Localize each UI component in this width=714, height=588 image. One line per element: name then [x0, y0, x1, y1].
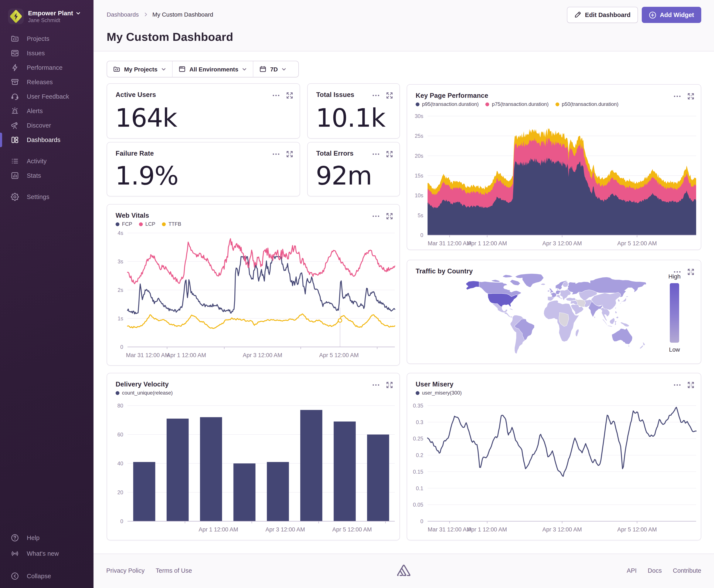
country-alaska[interactable]: [466, 281, 479, 290]
legend-item[interactable]: LCP: [139, 221, 155, 227]
org-switcher[interactable]: Empower Plant Jane Schmidt: [8, 8, 81, 24]
widget-expand-icon[interactable]: [688, 93, 694, 100]
nav-section-gap: [0, 183, 93, 190]
sidebar-item-performance[interactable]: Performance: [0, 60, 93, 75]
sidebar-item-settings[interactable]: Settings: [0, 190, 93, 204]
country-taiwan[interactable]: [615, 308, 616, 309]
bar[interactable]: [300, 410, 322, 521]
contribute-link[interactable]: Contribute: [673, 567, 701, 574]
widget-menu-icon[interactable]: [372, 94, 380, 97]
bar[interactable]: [200, 417, 222, 521]
sidebar-item-projects[interactable]: Projects: [0, 31, 93, 46]
nav-section-gap: [0, 561, 93, 568]
widget-menu-icon[interactable]: [372, 215, 380, 217]
country-nz-south[interactable]: [640, 345, 643, 349]
environment-filter[interactable]: All Environments: [172, 61, 253, 77]
country-denmark[interactable]: [557, 289, 558, 290]
sidebar-item-alerts[interactable]: Alerts: [0, 104, 93, 118]
edit-dashboard-button[interactable]: Edit Dashboard: [567, 7, 638, 23]
bar[interactable]: [333, 422, 356, 521]
country-sulawesi[interactable]: [614, 321, 617, 325]
legend-dot: [162, 222, 166, 226]
country-japan-hokkaido[interactable]: [626, 296, 629, 297]
sidebar-item-dashboards[interactable]: Dashboards: [0, 133, 93, 147]
sidebar-item-issues[interactable]: Issues: [0, 46, 93, 60]
add-widget-button[interactable]: Add Widget: [642, 7, 701, 23]
sidebar-item-collapse[interactable]: Collapse: [0, 568, 93, 584]
bar[interactable]: [133, 462, 155, 521]
country-ireland[interactable]: [547, 290, 549, 292]
terms-of-use-link[interactable]: Terms of Use: [156, 567, 192, 574]
bar[interactable]: [367, 435, 389, 521]
widget-menu-icon[interactable]: [273, 94, 280, 97]
api-link[interactable]: API: [627, 567, 637, 574]
country-mindanao[interactable]: [616, 316, 619, 318]
widget-menu-icon[interactable]: [674, 271, 681, 273]
legend-item[interactable]: p95(transaction.duration): [416, 101, 479, 107]
widget-expand-icon[interactable]: [688, 269, 694, 275]
widget-expand-icon[interactable]: [386, 151, 393, 157]
bar[interactable]: [233, 463, 255, 521]
widget-menu-icon[interactable]: [273, 153, 280, 155]
country-japan-honshu[interactable]: [621, 298, 626, 302]
widget-expand-icon[interactable]: [688, 382, 694, 388]
country-cuba[interactable]: [509, 309, 513, 310]
legend-item[interactable]: TTFB: [162, 221, 181, 227]
country-sumatra[interactable]: [602, 319, 608, 325]
country-sri-lanka[interactable]: [594, 316, 595, 318]
bar[interactable]: [267, 462, 289, 521]
bar[interactable]: [167, 419, 189, 521]
sidebar-item-help[interactable]: Help: [0, 530, 93, 545]
country-japan-kyushu[interactable]: [620, 303, 621, 304]
sidebar-item-discover[interactable]: Discover: [0, 118, 93, 133]
docs-link[interactable]: Docs: [648, 567, 662, 574]
country-central-america[interactable]: [504, 312, 513, 317]
country-turkey[interactable]: [566, 298, 576, 301]
legend-item[interactable]: p75(transaction.duration): [485, 101, 549, 107]
country-greenland[interactable]: [515, 274, 544, 287]
country-new-guinea[interactable]: [620, 322, 629, 327]
country-ellesmere[interactable]: [502, 275, 513, 278]
widget-menu-icon[interactable]: [372, 153, 380, 155]
country-baffin[interactable]: [510, 279, 520, 285]
country-se-asia[interactable]: [601, 308, 610, 321]
country-luzon[interactable]: [615, 311, 617, 314]
country-australia[interactable]: [612, 328, 632, 344]
sidebar-item-whats-new[interactable]: What's new: [0, 545, 93, 561]
country-germany[interactable]: [556, 290, 560, 294]
stats-icon: [10, 171, 19, 180]
widget-menu-icon[interactable]: [674, 95, 681, 97]
privacy-policy-link[interactable]: Privacy Policy: [106, 567, 145, 574]
country-united-kingdom[interactable]: [549, 288, 554, 293]
widget-expand-icon[interactable]: [386, 213, 393, 219]
chart-user-misery: 00.050.10.150.20.250.30.35Mar 31 12:00 A…: [407, 373, 701, 540]
project-filter[interactable]: My Projects: [107, 61, 172, 77]
widget-menu-icon[interactable]: [372, 384, 380, 386]
legend-item[interactable]: p50(transaction.duration): [556, 101, 619, 107]
breadcrumb: Dashboards My Custom Dashboard: [107, 11, 213, 18]
country-tasmania[interactable]: [628, 345, 629, 347]
widget-expand-icon[interactable]: [286, 151, 293, 157]
date-range-filter[interactable]: 7D: [253, 61, 292, 77]
legend-item[interactable]: FCP: [115, 221, 132, 227]
country-madagascar[interactable]: [576, 329, 579, 337]
breadcrumb-dashboards[interactable]: Dashboards: [107, 11, 139, 18]
country-victoria-island[interactable]: [491, 279, 500, 282]
widget-menu-icon[interactable]: [674, 384, 681, 386]
widget-expand-icon[interactable]: [386, 92, 393, 99]
legend-item[interactable]: user_misery(300): [416, 390, 462, 396]
legend-item[interactable]: count_unique(release): [115, 390, 173, 396]
sidebar-item-releases[interactable]: Releases: [0, 75, 93, 89]
sidebar-item-activity[interactable]: Activity: [0, 154, 93, 168]
y-axis-label: 0: [420, 232, 423, 238]
country-nz-north[interactable]: [643, 342, 645, 346]
country-borneo[interactable]: [610, 318, 614, 324]
sidebar-item-label: Projects: [27, 35, 49, 42]
sidebar-item-stats[interactable]: Stats: [0, 168, 93, 183]
country-korea[interactable]: [618, 299, 620, 302]
widget-expand-icon[interactable]: [386, 382, 393, 388]
country-java[interactable]: [608, 326, 612, 327]
widget-expand-icon[interactable]: [286, 92, 293, 99]
country-iceland[interactable]: [541, 284, 545, 285]
sidebar-item-user-feedback[interactable]: User Feedback: [0, 89, 93, 104]
